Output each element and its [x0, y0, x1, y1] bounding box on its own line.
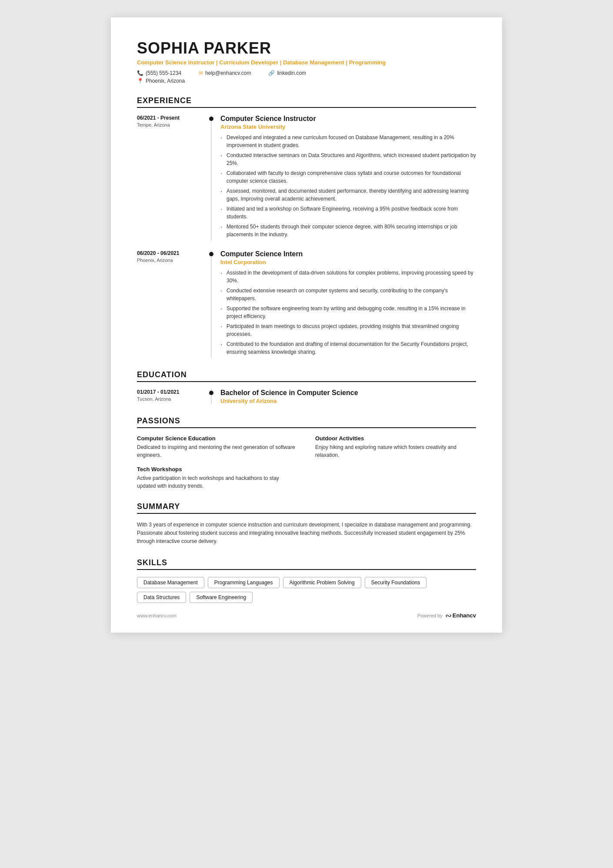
passion-title: Outdoor Activities [315, 435, 476, 442]
email-item: ✉ help@enhancv.com [199, 70, 251, 76]
candidate-title: Computer Science Instructor | Curriculum… [137, 59, 476, 66]
bullet-item: Supported the software engineering team … [220, 305, 476, 320]
skills-row: Data StructuresSoftware Engineering [137, 592, 476, 603]
email-value: help@enhancv.com [205, 70, 251, 76]
exp-right: Computer Science Intern Intel Corporatio… [211, 250, 476, 358]
phone-item: 📞 (555) 555-1234 [137, 70, 181, 76]
phone-icon: 📞 [137, 70, 143, 76]
location-value: Phoenix, Arizona [146, 78, 185, 84]
exp-left: 06/2020 - 06/2021 Phoenix, Arizona [137, 250, 211, 358]
linkedin-icon: 🔗 [268, 70, 275, 76]
passion-desc: Dedicated to inspiring and mentoring the… [137, 443, 298, 459]
summary-text: With 3 years of experience in computer s… [137, 521, 476, 546]
passion-desc: Active participation in tech workshops a… [137, 474, 298, 490]
exp-company: Arizona State University [220, 124, 476, 130]
passions-container: Computer Science Education Dedicated to … [137, 435, 476, 490]
summary-section: SUMMARY With 3 years of experience in co… [137, 502, 476, 546]
location-item: 📍 Phoenix, Arizona [137, 78, 476, 84]
exp-right: Computer Science Instructor Arizona Stat… [211, 115, 476, 241]
enhancv-icon: ∾ [445, 611, 451, 620]
enhancv-brand: Enhancv [453, 612, 476, 619]
skills-container: Database ManagementProgramming Languages… [137, 577, 476, 603]
edu-school: University of Arizona [220, 398, 476, 404]
passions-section-title: PASSIONS [137, 416, 476, 428]
timeline-dot [209, 252, 213, 256]
bullet-item: Collaborated with faculty to design comp… [220, 169, 476, 185]
edu-left: 01/2017 - 01/2021 Tucson, Arizona [137, 389, 211, 404]
skill-tag: Programming Languages [208, 577, 280, 588]
skills-row: Database ManagementProgramming Languages… [137, 577, 476, 588]
exp-location: Tempe, Arizona [137, 122, 202, 127]
bullet-item: Conducted interactive seminars on Data S… [220, 151, 476, 167]
page-footer: www.enhancv.com Powered by ∾ Enhancv [137, 611, 476, 620]
exp-date: 06/2021 - Present [137, 115, 202, 121]
bullet-item: Mentored 50+ students through their comp… [220, 223, 476, 238]
powered-by-text: Powered by [417, 613, 443, 618]
timeline-dot [209, 391, 213, 395]
passion-item: Outdoor Activities Enjoy hiking and expl… [315, 435, 476, 459]
edu-location: Tucson, Arizona [137, 396, 202, 402]
bullet-item: Assessed, monitored, and documented stud… [220, 187, 476, 203]
bullet-item: Initiated and led a workshop on Software… [220, 205, 476, 221]
bullet-item: Participated in team meetings to discuss… [220, 322, 476, 338]
experience-section: EXPERIENCE 06/2021 - Present Tempe, Ariz… [137, 96, 476, 358]
bullet-item: Conducted extensive research on computer… [220, 287, 476, 302]
summary-section-title: SUMMARY [137, 502, 476, 514]
skill-tag: Data Structures [137, 592, 186, 603]
location-icon: 📍 [137, 78, 143, 84]
bullet-item: Developed and integrated a new curriculu… [220, 134, 476, 149]
exp-left: 06/2021 - Present Tempe, Arizona [137, 115, 211, 241]
skills-section: SKILLS Database ManagementProgramming La… [137, 558, 476, 603]
resume-page: SOPHIA PARKER Computer Science Instructo… [111, 17, 502, 633]
linkedin-value: linkedin.com [277, 70, 306, 76]
timeline-dot [209, 117, 213, 121]
skill-tag: Database Management [137, 577, 204, 588]
bullet-item: Assisted in the development of data-driv… [220, 269, 476, 285]
exp-role: Computer Science Instructor [220, 115, 476, 123]
skill-tag: Algorithmic Problem Solving [283, 577, 361, 588]
skill-tag: Security Foundations [365, 577, 427, 588]
email-icon: ✉ [199, 70, 203, 76]
exp-bullets: Assisted in the development of data-driv… [220, 269, 476, 356]
footer-url: www.enhancv.com [137, 613, 177, 618]
phone-value: (555) 555-1234 [146, 70, 181, 76]
edu-right: Bachelor of Science in Computer Science … [211, 389, 476, 404]
experience-container: 06/2021 - Present Tempe, Arizona Compute… [137, 115, 476, 358]
passions-section: PASSIONS Computer Science Education Dedi… [137, 416, 476, 490]
exp-role: Computer Science Intern [220, 250, 476, 258]
experience-section-title: EXPERIENCE [137, 96, 476, 108]
edu-date: 01/2017 - 01/2021 [137, 389, 202, 395]
exp-location: Phoenix, Arizona [137, 258, 202, 263]
bullet-item: Contributed to the foundation and drafti… [220, 340, 476, 356]
passion-desc: Enjoy hiking and exploring nature which … [315, 443, 476, 459]
linkedin-item: 🔗 linkedin.com [268, 70, 306, 76]
edu-degree: Bachelor of Science in Computer Science [220, 389, 476, 397]
resume-header: SOPHIA PARKER Computer Science Instructo… [137, 39, 476, 84]
education-container: 01/2017 - 01/2021 Tucson, Arizona Bachel… [137, 389, 476, 404]
candidate-name: SOPHIA PARKER [137, 39, 476, 57]
exp-company: Intel Corporation [220, 259, 476, 265]
footer-powered: Powered by ∾ Enhancv [417, 611, 476, 620]
passion-title: Computer Science Education [137, 435, 298, 442]
passion-item: Computer Science Education Dedicated to … [137, 435, 298, 459]
experience-item: 06/2020 - 06/2021 Phoenix, Arizona Compu… [137, 250, 476, 358]
skill-tag: Software Engineering [190, 592, 253, 603]
contact-row: 📞 (555) 555-1234 ✉ help@enhancv.com 🔗 li… [137, 70, 476, 76]
skills-section-title: SKILLS [137, 558, 476, 570]
experience-item: 06/2021 - Present Tempe, Arizona Compute… [137, 115, 476, 241]
passion-item: Tech Workshops Active participation in t… [137, 466, 298, 490]
exp-bullets: Developed and integrated a new curriculu… [220, 134, 476, 238]
education-section: EDUCATION 01/2017 - 01/2021 Tucson, Ariz… [137, 370, 476, 404]
passion-title: Tech Workshops [137, 466, 298, 473]
education-section-title: EDUCATION [137, 370, 476, 382]
exp-date: 06/2020 - 06/2021 [137, 250, 202, 256]
education-item: 01/2017 - 01/2021 Tucson, Arizona Bachel… [137, 389, 476, 404]
enhancv-logo: ∾ Enhancv [445, 611, 476, 620]
